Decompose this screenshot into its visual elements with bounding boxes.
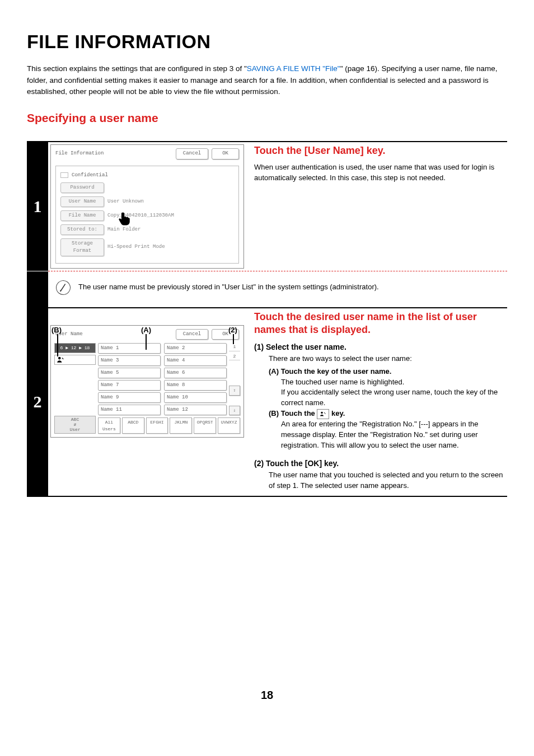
step-1: 1 File Information Cancel OK Confident [27,142,507,307]
item-a-text: The touched user name is highlighted. If… [281,377,507,409]
user-name-cell[interactable]: Name 10 [164,392,227,403]
step-number: 1 [27,142,48,270]
filter-button[interactable]: JKLMN [170,417,192,434]
user-pencil-icon [317,409,329,419]
ok-button[interactable]: OK [212,148,239,159]
cancel-button[interactable]: Cancel [176,329,208,340]
item-2-heading: (2) Touch the [OK] key. [254,458,507,469]
page-title: FILE INFORMATION [27,28,507,55]
item-b-text: An area for entering the "Registration N… [281,419,507,451]
user-name-cell[interactable]: Name 3 [98,355,161,366]
user-name-cell[interactable]: Name 4 [164,355,227,366]
step-1-body: When user authentication is used, the us… [254,162,507,184]
intro-paragraph: This section explains the settings that … [27,63,507,97]
stored-to-value: Main Folder [107,226,140,233]
confidential-label: Confidential [72,172,108,179]
page-indicator: 2 [229,353,240,361]
step-2: 2 (B) (A) (2) User Name Cancel [27,308,507,496]
user-name-cell[interactable]: Name 9 [98,392,161,403]
step-number: 2 [27,308,48,496]
user-name-cell[interactable]: Name 7 [98,380,161,391]
section-heading: Specifying a user name [27,110,507,126]
item-1-text: There are two ways to select the user na… [269,354,507,364]
file-info-panel: File Information Cancel OK Confidential … [50,144,244,268]
step-bar [27,271,48,307]
user-name-cell[interactable]: Name 6 [164,368,227,378]
cancel-button[interactable]: Cancel [176,148,208,159]
intro-pre: This section explains the settings that … [27,64,247,73]
filter-button[interactable]: OPQRST [194,417,216,434]
user-name-cell[interactable]: Name 2 [164,343,227,354]
user-name-grid: Name 1 Name 2 Name 3 Name 4 Name 5 Name … [98,343,227,415]
step-2-heading: Touch the desired user name in the list … [254,311,507,337]
step-1-heading: Touch the [User Name] key. [254,144,507,157]
password-button[interactable]: Password [60,182,104,193]
user-reg-icon-button[interactable] [54,355,96,365]
storage-format-button[interactable]: Storage Format [60,238,104,256]
filter-button[interactable]: EFGHI [146,417,168,434]
confidential-checkbox[interactable] [60,172,68,178]
file-name-button[interactable]: File Name [60,210,104,221]
item-b-heading-post: key. [329,409,345,417]
user-name-cell[interactable]: Name 8 [164,380,227,391]
user-name-cell[interactable]: Name 5 [98,368,161,378]
svg-point-1 [321,412,324,414]
divider [27,496,507,497]
user-name-value: User Unknown [107,198,144,205]
user-name-cell[interactable]: Name 12 [164,405,227,415]
panel-2-wrapper: (B) (A) (2) User Name Cancel OK [50,325,244,438]
scroll-up-button[interactable]: ⇧ [229,386,240,396]
callout-line [57,334,58,356]
user-name-button[interactable]: User Name [60,196,104,207]
storage-format-value: Hi-Speed Print Mode [107,243,165,251]
callout-line [146,334,147,350]
user-name-cell[interactable]: Name 1 [98,343,161,354]
note-icon [55,279,71,295]
item-1-heading: (1) Select the user name. [254,341,507,353]
step-2-instructions: (1) Select the user name. There are two … [254,341,507,491]
user-name-cell[interactable]: Name 11 [98,405,161,415]
page-number: 18 [27,687,507,703]
svg-point-0 [58,356,61,359]
filter-button[interactable]: UVWXYZ [218,417,240,434]
user-label: User [55,428,95,433]
stored-to-button[interactable]: Stored to: [60,224,104,235]
intro-link[interactable]: SAVING A FILE WITH "File" [247,64,340,73]
item-2-text: The user name that you touched is select… [269,470,507,491]
filter-button[interactable]: ABCD [122,417,144,434]
file-name-value: Copy_04042010_112030AM [107,212,174,219]
item-a-heading: (A) Touch the key of the user name. [269,367,391,375]
user-name-panel: User Name Cancel OK 6 ▶ 12 ▶ 18 [50,325,244,438]
item-b-heading-pre: (B) Touch the [269,409,317,417]
step-1-note: The user name must be previously stored … [78,282,379,293]
index-tab[interactable]: 6 ▶ 12 ▶ 18 [54,343,96,353]
panel-title: File Information [55,150,104,157]
page-indicator: 1 [229,343,240,351]
filter-button[interactable]: All Users [98,417,120,434]
scroll-down-button[interactable]: ⇩ [229,406,240,416]
abc-user-tab[interactable]: ABC ⇵ User [54,416,96,434]
callout-line [233,334,234,344]
